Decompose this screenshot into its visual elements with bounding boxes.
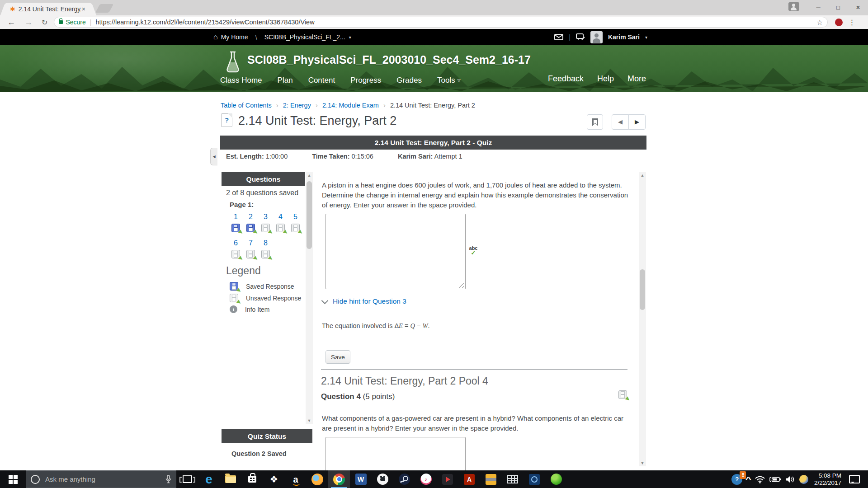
nav-grades[interactable]: Grades xyxy=(396,76,422,85)
est-length: Est. Length: 1:00:00 xyxy=(226,153,288,160)
breadcrumb-toc[interactable]: Table of Contents xyxy=(221,102,272,109)
itunes-icon[interactable]: ♪ xyxy=(415,470,437,488)
taskbar-clock[interactable]: 5:08 PM 2/22/2017 xyxy=(814,472,841,487)
edge-icon[interactable]: e xyxy=(198,470,220,488)
previous-button[interactable]: ◀ xyxy=(612,114,629,130)
question-4-answer-textarea[interactable] xyxy=(326,437,466,470)
nav-more[interactable]: More xyxy=(627,74,646,84)
user-name[interactable]: Karim Sari xyxy=(608,33,640,41)
cortana-search-box[interactable] xyxy=(26,470,176,488)
question-3-answer-textarea[interactable] xyxy=(326,214,466,289)
breadcrumb-module[interactable]: 2.14: Module Exam xyxy=(322,102,379,109)
window-minimize-button[interactable]: ─ xyxy=(808,0,828,15)
hide-hint-link[interactable]: Hide hint for Question 3 xyxy=(333,297,406,305)
battery-icon[interactable] xyxy=(769,476,781,483)
start-button[interactable] xyxy=(0,470,26,488)
question-link-1[interactable]: 1 xyxy=(234,213,238,221)
chrome-icon[interactable] xyxy=(328,470,350,488)
browser-tab[interactable]: ✱ 2.14 Unit Test: Energy, Pa × xyxy=(6,3,90,15)
time-taken-label: Time Taken: xyxy=(312,153,349,160)
weather-icon[interactable] xyxy=(799,475,808,484)
scroll-up-icon[interactable]: ▲ xyxy=(639,173,646,178)
question-link-6[interactable]: 6 xyxy=(234,239,238,247)
window-close-button[interactable]: × xyxy=(848,0,868,15)
action-center-icon[interactable] xyxy=(849,475,860,483)
nav-feedback[interactable]: Feedback xyxy=(548,74,584,84)
nav-progress[interactable]: Progress xyxy=(350,76,381,85)
save-button[interactable]: Save xyxy=(326,350,350,364)
scroll-down-icon[interactable]: ▼ xyxy=(306,418,313,423)
windows-store-icon[interactable] xyxy=(241,470,263,488)
word-icon[interactable]: W xyxy=(350,470,372,488)
github-icon[interactable] xyxy=(372,470,393,488)
equation-var-q: Q xyxy=(410,322,415,329)
alerts-icon[interactable] xyxy=(554,33,563,41)
next-button[interactable]: ▶ xyxy=(628,114,646,130)
amazon-icon[interactable]: a xyxy=(285,470,307,488)
page-scrollbar[interactable]: ▲ ▼ xyxy=(639,172,646,466)
spellcheck-icon[interactable]: abc✓ xyxy=(468,246,478,255)
clock-time: 5:08 PM xyxy=(814,472,841,479)
question-link-3[interactable]: 3 xyxy=(264,213,268,221)
nav-plan[interactable]: Plan xyxy=(278,76,293,85)
steam-icon[interactable] xyxy=(393,470,415,488)
address-bar[interactable]: Secure | https://learning.k12.com/d2l/le… xyxy=(54,17,828,28)
hint-toggle[interactable]: Hide hint for Question 3 xyxy=(322,297,406,305)
nav-help[interactable]: Help xyxy=(597,74,614,84)
collapse-panel-handle[interactable]: ◀ xyxy=(210,148,217,165)
url-text[interactable]: https://learning.k12.com/d2l/le/content/… xyxy=(95,19,314,26)
page-label: Page 1: xyxy=(230,201,254,208)
secure-label: Secure xyxy=(66,19,85,26)
media-player-icon[interactable] xyxy=(437,470,458,488)
legend-item-saved: ▶ Saved Response xyxy=(230,282,294,291)
browser-profile-icon[interactable] xyxy=(788,2,799,11)
green-app-icon[interactable] xyxy=(545,470,567,488)
flask-icon xyxy=(225,51,241,75)
update-notifier-icon[interactable]: ? xyxy=(731,474,742,485)
nav-tools[interactable]: Tools▽ xyxy=(437,76,461,85)
search-input[interactable] xyxy=(44,475,161,483)
scroll-up-icon[interactable]: ▲ xyxy=(306,173,313,178)
nav-class-home[interactable]: Class Home xyxy=(220,76,262,85)
new-tab-button[interactable] xyxy=(95,4,113,13)
nav-content[interactable]: Content xyxy=(308,76,335,85)
tray-expand-icon[interactable]: ^ xyxy=(745,475,751,483)
question-link-7[interactable]: 7 xyxy=(249,239,253,247)
extension-icon[interactable] xyxy=(835,19,843,26)
speaker-icon[interactable] xyxy=(785,476,795,483)
course-selector[interactable]: SCI08B_PhysicalSci_FL_2... ▾ xyxy=(264,33,351,41)
spreadsheet-icon[interactable] xyxy=(502,470,524,488)
user-avatar[interactable] xyxy=(590,31,603,43)
firefox-icon[interactable] xyxy=(307,470,328,488)
wifi-icon[interactable] xyxy=(755,475,765,483)
legend-info-label: Info Item xyxy=(245,306,269,313)
saved-response-icon: ▶ xyxy=(231,224,240,232)
dropbox-icon[interactable]: ❖ xyxy=(263,470,285,488)
scrollbar-thumb[interactable] xyxy=(640,269,645,310)
title-dropdown-icon[interactable]: ▾ xyxy=(374,117,377,124)
photos-icon[interactable] xyxy=(524,470,545,488)
question-link-5[interactable]: 5 xyxy=(293,213,297,221)
question-link-8[interactable]: 8 xyxy=(264,239,268,247)
messages-icon[interactable] xyxy=(576,33,585,41)
question-link-4[interactable]: 4 xyxy=(278,213,283,221)
adobe-reader-icon[interactable]: A xyxy=(458,470,480,488)
browser-menu-icon[interactable]: ⋮ xyxy=(848,18,855,27)
user-menu-chevron-icon[interactable]: ▾ xyxy=(645,35,647,40)
question-link-2[interactable]: 2 xyxy=(249,213,253,221)
bookmark-star-icon[interactable]: ☆ xyxy=(816,18,823,27)
forward-icon[interactable]: → xyxy=(24,18,33,27)
window-maximize-button[interactable]: □ xyxy=(828,0,848,15)
task-view-icon[interactable] xyxy=(176,470,198,488)
breadcrumb-unit[interactable]: 2: Energy xyxy=(283,102,311,109)
refresh-icon[interactable]: ↻ xyxy=(42,18,47,27)
back-icon[interactable]: ← xyxy=(7,18,15,27)
bookmark-button[interactable] xyxy=(587,114,603,130)
scrollbar-thumb[interactable] xyxy=(307,181,312,249)
file-explorer-icon[interactable] xyxy=(220,470,241,488)
my-home-link[interactable]: ⌂ My Home xyxy=(213,33,248,41)
winzip-icon[interactable] xyxy=(480,470,502,488)
questions-panel-scrollbar[interactable]: ▲ ▼ xyxy=(306,172,313,424)
tab-close-icon[interactable]: × xyxy=(82,5,85,13)
scroll-down-icon[interactable]: ▼ xyxy=(639,461,646,465)
